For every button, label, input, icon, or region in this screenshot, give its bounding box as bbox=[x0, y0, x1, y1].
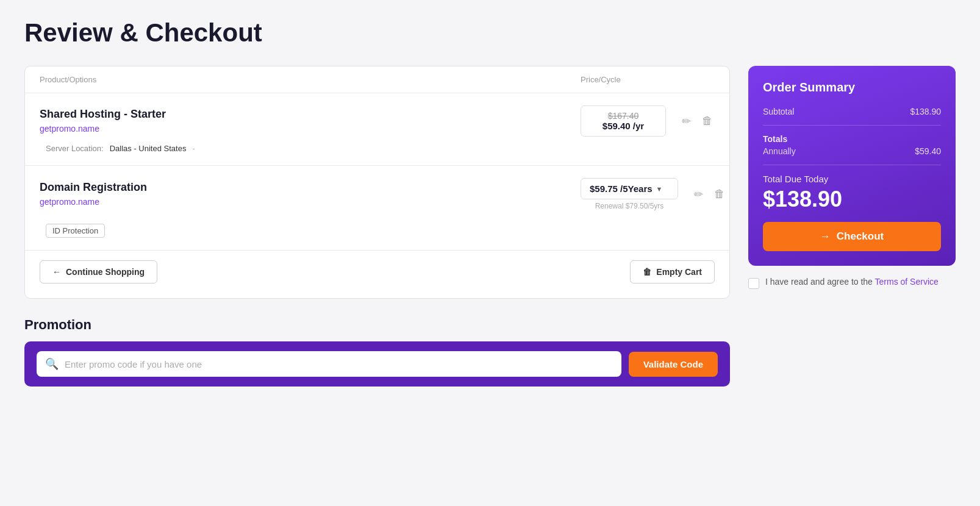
item-sub-hosting: Server Location: Dallas - United States … bbox=[40, 144, 715, 153]
item-actions-domain: ✏ 🗑 bbox=[692, 185, 728, 204]
col-price-header: Price/Cycle bbox=[581, 75, 715, 84]
terms-row: I have read and agree to the Terms of Se… bbox=[748, 277, 956, 289]
id-protection-badge: ID Protection bbox=[46, 224, 105, 238]
promotion-section: Promotion 🔍 Validate Code bbox=[24, 317, 730, 387]
terms-checkbox[interactable] bbox=[748, 278, 759, 289]
validate-code-button[interactable]: Validate Code bbox=[629, 352, 718, 377]
cart-header: Product/Options Price/Cycle bbox=[25, 66, 729, 93]
price-dropdown-label: $59.75 /5Years bbox=[590, 184, 653, 194]
summary-subtotal-row: Subtotal $138.90 bbox=[763, 107, 941, 116]
cart-item-hosting: Shared Hosting - Starter getpromo.name $… bbox=[25, 93, 729, 166]
checkout-label: Checkout bbox=[837, 230, 884, 243]
cart-footer: ← Continue Shopping 🗑 Empty Cart bbox=[25, 251, 729, 298]
terms-text: I have read and agree to the Terms of Se… bbox=[765, 277, 939, 287]
server-location-label: Server Location: bbox=[46, 144, 104, 153]
item-name-domain: Domain Registration bbox=[40, 181, 581, 194]
cart-box: Product/Options Price/Cycle Shared Hosti… bbox=[24, 66, 730, 299]
item-name-hosting: Shared Hosting - Starter bbox=[40, 108, 581, 121]
search-icon: 🔍 bbox=[45, 357, 59, 371]
chevron-down-icon: ▼ bbox=[656, 185, 663, 193]
terms-text-before: I have read and agree to the bbox=[765, 277, 875, 287]
price-dropdown-domain[interactable]: $59.75 /5Years ▼ bbox=[581, 178, 678, 199]
annually-value: $59.40 bbox=[915, 146, 941, 156]
trash-icon: 🗑 bbox=[643, 267, 651, 277]
edit-domain-button[interactable]: ✏ bbox=[692, 185, 706, 204]
checkout-button[interactable]: → Checkout bbox=[763, 222, 941, 251]
delete-hosting-button[interactable]: 🗑 bbox=[699, 112, 715, 130]
col-product-header: Product/Options bbox=[40, 75, 581, 84]
item-info-hosting: Shared Hosting - Starter getpromo.name bbox=[40, 108, 581, 134]
empty-cart-button[interactable]: 🗑 Empty Cart bbox=[630, 260, 715, 283]
item-price-col-domain: $59.75 /5Years ▼ Renewal $79.50/5yrs ✏ 🗑 bbox=[581, 178, 715, 210]
delete-domain-button[interactable]: 🗑 bbox=[712, 185, 728, 204]
empty-cart-label: Empty Cart bbox=[656, 267, 702, 277]
annually-label: Annually bbox=[763, 146, 796, 156]
item-price-col-hosting: $167.40 $59.40 /yr ✏ 🗑 bbox=[581, 105, 715, 137]
summary-title: Order Summary bbox=[763, 80, 941, 94]
promotion-title: Promotion bbox=[24, 317, 730, 333]
continue-shopping-button[interactable]: ← Continue Shopping bbox=[40, 260, 157, 283]
arrow-right-icon: → bbox=[820, 230, 831, 243]
item-link-hosting[interactable]: getpromo.name bbox=[40, 124, 99, 134]
subtotal-label: Subtotal bbox=[763, 107, 794, 116]
price-original-hosting: $167.40 bbox=[590, 111, 657, 121]
annually-row: Annually $59.40 bbox=[763, 146, 941, 156]
right-column: Order Summary Subtotal $138.90 Totals An… bbox=[748, 66, 956, 289]
terms-of-service-link[interactable]: Terms of Service bbox=[875, 277, 939, 287]
price-current-hosting: $59.40 /yr bbox=[590, 121, 657, 131]
back-icon: ← bbox=[52, 267, 61, 277]
total-due-amount: $138.90 bbox=[763, 187, 941, 212]
promotion-box: 🔍 Validate Code bbox=[24, 341, 730, 387]
totals-label: Totals bbox=[763, 134, 941, 144]
summary-divider-2 bbox=[763, 165, 941, 165]
item-link-domain[interactable]: getpromo.name bbox=[40, 197, 99, 207]
server-location-value: Dallas - United States bbox=[110, 144, 187, 153]
total-due-label: Total Due Today bbox=[763, 174, 941, 184]
renewal-note-domain: Renewal $79.50/5yrs bbox=[581, 202, 678, 210]
item-actions-hosting: ✏ 🗑 bbox=[679, 112, 715, 130]
subtotal-value: $138.90 bbox=[910, 107, 941, 116]
server-location-dash: - bbox=[192, 144, 195, 153]
summary-divider-1 bbox=[763, 125, 941, 126]
continue-shopping-label: Continue Shopping bbox=[66, 267, 145, 277]
edit-hosting-button[interactable]: ✏ bbox=[679, 112, 693, 130]
order-summary: Order Summary Subtotal $138.90 Totals An… bbox=[748, 66, 956, 266]
totals-section: Totals Annually $59.40 bbox=[763, 134, 941, 156]
promo-input-wrap: 🔍 bbox=[37, 351, 621, 377]
cart-item-domain: Domain Registration getpromo.name $59.75… bbox=[25, 166, 729, 251]
item-info-domain: Domain Registration getpromo.name bbox=[40, 181, 581, 207]
promo-code-input[interactable] bbox=[65, 359, 613, 369]
page-title: Review & Checkout bbox=[24, 18, 956, 48]
price-box-hosting: $167.40 $59.40 /yr bbox=[581, 105, 666, 137]
